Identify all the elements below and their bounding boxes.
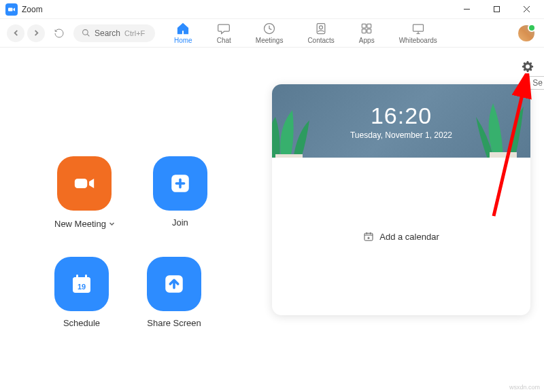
svg-rect-27 bbox=[275, 154, 303, 158]
chat-icon bbox=[217, 22, 231, 35]
plant-decoration-left bbox=[272, 103, 333, 158]
share-screen-tile[interactable]: Share Screen bbox=[147, 257, 201, 328]
nav-forward-button[interactable] bbox=[27, 24, 45, 42]
tab-home[interactable]: Home bbox=[171, 20, 195, 46]
svg-rect-12 bbox=[362, 29, 367, 33]
svg-rect-10 bbox=[362, 24, 367, 28]
chevron-down-icon[interactable] bbox=[109, 217, 115, 230]
watermark: wsxdn.com bbox=[509, 384, 540, 391]
search-label: Search bbox=[95, 29, 120, 38]
video-icon bbox=[57, 156, 112, 211]
svg-point-5 bbox=[83, 30, 88, 35]
toolbar: Search Ctrl+F Home Chat Meetings Contact… bbox=[0, 19, 544, 48]
apps-icon bbox=[360, 22, 373, 35]
tab-whiteboards[interactable]: Whiteboards bbox=[396, 20, 440, 46]
calendar-banner: 16:20 Tuesday, November 1, 2022 bbox=[272, 84, 530, 158]
svg-rect-2 bbox=[494, 7, 499, 12]
calendar-icon: 19 bbox=[54, 257, 109, 311]
plant-decoration-right bbox=[469, 96, 530, 158]
gear-icon bbox=[522, 60, 534, 73]
svg-rect-17 bbox=[75, 179, 87, 188]
svg-rect-11 bbox=[367, 24, 371, 28]
svg-rect-13 bbox=[367, 29, 371, 33]
settings-button[interactable] bbox=[521, 60, 534, 73]
tab-meetings[interactable]: Meetings bbox=[253, 20, 286, 46]
home-icon bbox=[176, 22, 190, 35]
calendar-card: 16:20 Tuesday, November 1, 2022 Add a ca… bbox=[272, 84, 530, 315]
tab-apps[interactable]: Apps bbox=[356, 20, 377, 46]
nav-back-button[interactable] bbox=[7, 24, 24, 42]
tab-contacts[interactable]: Contacts bbox=[305, 20, 337, 46]
svg-rect-22 bbox=[73, 277, 90, 282]
share-up-icon bbox=[147, 257, 201, 311]
new-meeting-tile[interactable]: New Meeting bbox=[54, 156, 115, 230]
search-icon bbox=[82, 29, 90, 37]
maximize-button[interactable] bbox=[481, 0, 511, 19]
clock-date: Tuesday, November 1, 2022 bbox=[350, 130, 452, 140]
search-shortcut: Ctrl+F bbox=[124, 29, 145, 37]
add-calendar-button[interactable]: Add a calendar bbox=[272, 158, 530, 315]
profile-avatar[interactable] bbox=[518, 25, 534, 41]
svg-point-9 bbox=[320, 26, 323, 29]
svg-rect-24 bbox=[85, 274, 87, 279]
minimize-button[interactable] bbox=[452, 0, 481, 19]
svg-rect-0 bbox=[8, 7, 13, 11]
zoom-app-icon bbox=[5, 3, 18, 16]
actions-grid: New Meeting Join 19 Schedule bbox=[0, 129, 272, 355]
settings-tooltip-fragment: Se bbox=[529, 76, 544, 90]
schedule-tile[interactable]: 19 Schedule bbox=[54, 257, 109, 328]
clock-time: 16:20 bbox=[371, 103, 432, 129]
close-button[interactable] bbox=[511, 0, 541, 19]
app-title: Zoom bbox=[22, 5, 43, 14]
svg-rect-28 bbox=[490, 152, 517, 158]
svg-rect-8 bbox=[317, 24, 325, 34]
svg-line-6 bbox=[87, 34, 89, 36]
search-box[interactable]: Search Ctrl+F bbox=[73, 24, 155, 42]
clock-icon bbox=[262, 22, 276, 35]
contacts-icon bbox=[314, 22, 328, 35]
svg-rect-14 bbox=[413, 24, 423, 31]
title-bar: Zoom bbox=[0, 0, 544, 19]
main-tabs: Home Chat Meetings Contacts Apps Whitebo… bbox=[171, 20, 440, 46]
window-controls bbox=[452, 0, 541, 19]
plus-icon bbox=[153, 156, 207, 211]
whiteboard-icon bbox=[411, 22, 425, 35]
svg-text:19: 19 bbox=[78, 283, 86, 291]
tab-chat[interactable]: Chat bbox=[214, 20, 234, 46]
svg-rect-23 bbox=[76, 274, 78, 279]
history-button[interactable] bbox=[50, 24, 68, 42]
calendar-plus-icon bbox=[363, 231, 374, 242]
join-tile[interactable]: Join bbox=[153, 156, 207, 230]
